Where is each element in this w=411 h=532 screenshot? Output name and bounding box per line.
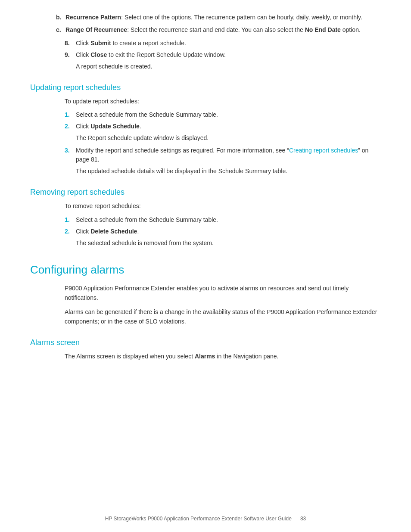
- bullet-c-end: option.: [341, 26, 361, 33]
- alarms-screen-bold: Alarms: [195, 353, 215, 360]
- step9-sub: A report schedule is created.: [30, 62, 381, 71]
- step9-text: Click Close to exit the Report Schedule …: [76, 50, 381, 59]
- updating-step2-sub: The Report schedule update window is dis…: [30, 134, 381, 143]
- updating-heading: Updating report schedules: [30, 83, 381, 92]
- updating-step3-sub: The updated schedule details will be dis…: [30, 167, 381, 176]
- page-content: b. Recurrence Pattern: Select one of the…: [0, 0, 411, 392]
- footer-text: HP StorageWorks P9000 Application Perfor…: [105, 516, 292, 522]
- bullet-b-text: Recurrence Pattern: Select one of the op…: [65, 13, 381, 22]
- alarms-screen-post: in the Navigation pane.: [215, 353, 278, 360]
- updating-step3-num: 3.: [65, 146, 76, 164]
- removing-intro: To remove report schedules:: [30, 201, 381, 211]
- configuring-para2: Alarms can be generated if there is a ch…: [30, 307, 381, 327]
- updating-step2-post: .: [140, 123, 141, 130]
- configuring-para1: P9000 Application Performance Extender e…: [30, 283, 381, 303]
- removing-step2-sub: The selected schedule is removed from th…: [30, 239, 381, 248]
- updating-step2-text: Click Update Schedule.: [76, 122, 381, 131]
- page-footer: HP StorageWorks P9000 Application Perfor…: [0, 516, 411, 522]
- updating-step2-num: 2.: [65, 122, 76, 131]
- alarms-screen-pre: The Alarms screen is displayed when you …: [65, 353, 195, 360]
- step9-post: to exit the Report Schedule Update windo…: [107, 51, 226, 58]
- bullet-c-label: c.: [56, 25, 65, 34]
- updating-step2: 2. Click Update Schedule.: [65, 122, 381, 131]
- removing-step2-post: .: [137, 228, 139, 235]
- footer-page-number: 83: [300, 516, 306, 522]
- step8-post: to create a report schedule.: [111, 40, 186, 47]
- step9-bold: Close: [90, 51, 107, 58]
- alarms-screen-text: The Alarms screen is displayed when you …: [30, 352, 381, 361]
- removing-steps: 1. Select a schedule from the Schedule S…: [30, 215, 381, 236]
- updating-step3-text: Modify the report and schedule settings …: [76, 146, 381, 164]
- footer-content: HP StorageWorks P9000 Application Perfor…: [0, 516, 411, 522]
- bullet-c-bold: No End Date: [305, 26, 341, 33]
- removing-step1-text: Select a schedule from the Schedule Summ…: [76, 215, 381, 224]
- step8-text: Click Submit to create a report schedule…: [76, 39, 381, 48]
- removing-step2: 2. Click Delete Schedule.: [65, 227, 381, 236]
- removing-step2-num: 2.: [65, 227, 76, 236]
- updating-step1-text: Select a schedule from the Schedule Summ…: [76, 110, 381, 119]
- updating-step3-container: 3. Modify the report and schedule settin…: [30, 146, 381, 164]
- bullet-b-colon: : Select one of the options. The recurre…: [121, 14, 362, 21]
- updating-step3-pre: Modify the report and schedule settings …: [76, 147, 289, 154]
- bullet-c: c. Range Of Recurrence: Select the recur…: [56, 25, 381, 34]
- bullet-b: b. Recurrence Pattern: Select one of the…: [56, 13, 381, 22]
- creating-report-schedules-link[interactable]: Creating report schedules: [289, 147, 358, 154]
- removing-step2-pre: Click: [76, 228, 90, 235]
- bullet-c-text: Range Of Recurrence: Select the recurren…: [65, 25, 381, 34]
- updating-step2-pre: Click: [76, 123, 90, 130]
- bullet-b-term: Recurrence Pattern: [65, 14, 121, 21]
- updating-intro: To update report schedules:: [30, 96, 381, 106]
- updating-steps: 1. Select a schedule from the Schedule S…: [30, 110, 381, 131]
- removing-step2-bold: Delete Schedule: [90, 228, 137, 235]
- configuring-alarms-heading: Configuring alarms: [30, 263, 381, 277]
- removing-step2-text: Click Delete Schedule.: [76, 227, 381, 236]
- step9-num: 9.: [65, 50, 76, 59]
- step9-pre: Click: [76, 51, 90, 58]
- updating-step1-num: 1.: [65, 110, 76, 119]
- updating-step2-bold: Update Schedule: [90, 123, 140, 130]
- removing-step1: 1. Select a schedule from the Schedule S…: [65, 215, 381, 224]
- step8-bold: Submit: [90, 40, 111, 47]
- removing-step1-num: 1.: [65, 215, 76, 224]
- alarms-screen-heading: Alarms screen: [30, 338, 381, 347]
- step-9: 9. Click Close to exit the Report Schedu…: [65, 50, 381, 59]
- step-8: 8. Click Submit to create a report sched…: [65, 39, 381, 48]
- updating-step3: 3. Modify the report and schedule settin…: [65, 146, 381, 164]
- bullet-c-colon: : Select the recurrence start and end da…: [127, 26, 305, 33]
- steps-top: 8. Click Submit to create a report sched…: [30, 39, 381, 59]
- updating-step1: 1. Select a schedule from the Schedule S…: [65, 110, 381, 119]
- step8-num: 8.: [65, 39, 76, 48]
- bullet-c-term: Range Of Recurrence: [65, 26, 127, 33]
- step8-pre: Click: [76, 40, 90, 47]
- bullet-section: b. Recurrence Pattern: Select one of the…: [30, 13, 381, 34]
- removing-heading: Removing report schedules: [30, 188, 381, 197]
- bullet-b-label: b.: [56, 13, 65, 22]
